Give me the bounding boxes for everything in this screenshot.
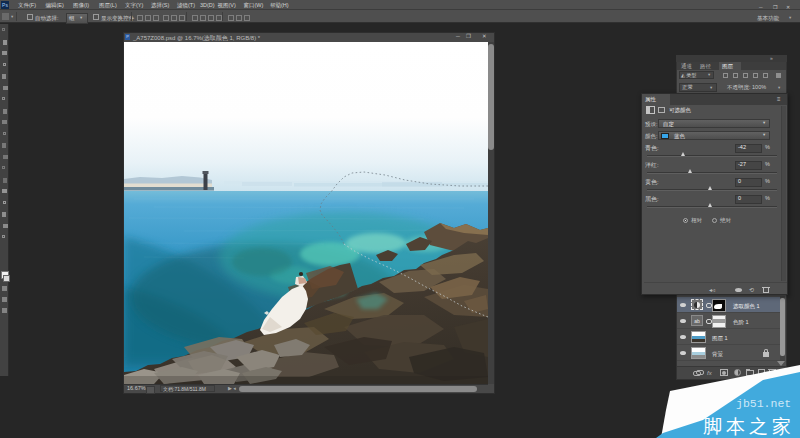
svg-text:jb51.net: jb51.net bbox=[736, 397, 791, 410]
svg-text:脚本之家: 脚本之家 bbox=[703, 416, 795, 437]
